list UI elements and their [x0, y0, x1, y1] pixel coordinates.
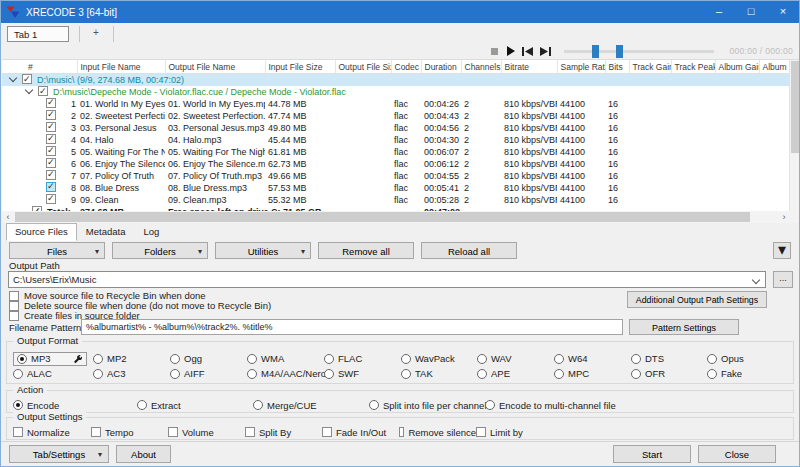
column-header-output-file-name[interactable]: Output File Name: [165, 60, 265, 74]
track-row[interactable]: 505. Waiting For The Night05. Waiting Fo…: [2, 146, 791, 158]
previous-track-icon[interactable]: [522, 47, 533, 56]
checkbox-move-source-file-to-recycle-bin-when-done[interactable]: [9, 291, 19, 301]
close-button-bottom[interactable]: Close: [698, 445, 776, 463]
minimize-button[interactable]: –: [703, 1, 735, 23]
radio-button[interactable]: [170, 369, 180, 379]
track-row[interactable]: 707. Policy Of Truth07. Policy Of Truth.…: [2, 170, 791, 182]
group-row[interactable]: D:\music\ (9/9, 274.68 MB, 00:47:02): [2, 74, 791, 87]
radio-button[interactable]: [13, 400, 23, 410]
radio-button[interactable]: [707, 369, 717, 379]
toolbar-button-remove-all[interactable]: Remove all: [318, 242, 414, 259]
track-checkbox[interactable]: [46, 134, 56, 144]
column-header-duration[interactable]: Duration: [421, 60, 461, 74]
track-row[interactable]: 404. Halo04. Halo.mp345.44 MBflac00:04:3…: [2, 134, 791, 146]
radio-button[interactable]: [477, 354, 487, 364]
column-header-bits[interactable]: Bits: [605, 60, 629, 74]
radio-button[interactable]: [93, 354, 103, 364]
radio-ape[interactable]: APE: [477, 368, 554, 379]
radio-wavpack[interactable]: WavPack: [401, 353, 477, 364]
column-header-input-file-name[interactable]: Input File Name: [77, 60, 165, 74]
radio-extract[interactable]: Extract: [137, 400, 253, 411]
next-track-icon[interactable]: [540, 47, 551, 56]
checkbox-split-by[interactable]: [245, 427, 255, 437]
checkbox-item-normalize[interactable]: Normalize: [13, 427, 91, 438]
vertical-scrollbar[interactable]: [789, 60, 800, 211]
filename-pattern-input[interactable]: %albumartist% - %album%\%track2%. %title…: [81, 319, 623, 335]
group-checkbox[interactable]: [38, 86, 48, 96]
track-checkbox[interactable]: [46, 170, 56, 180]
radio-fake[interactable]: Fake: [707, 368, 793, 379]
radio-encode[interactable]: Encode: [13, 400, 137, 411]
checkbox-delete-source-file-when-done-do-not-move-to-recycle-bin[interactable]: [9, 301, 19, 311]
track-row[interactable]: 808. Blue Dress08. Blue Dress.mp357.53 M…: [2, 182, 791, 194]
column-header-sample-rate[interactable]: Sample Rate: [557, 60, 605, 74]
radio-w64[interactable]: W64: [554, 353, 631, 364]
play-icon[interactable]: [506, 46, 515, 56]
radio-mpc[interactable]: MPC: [554, 368, 631, 379]
radio-mp3[interactable]: MP3: [13, 352, 93, 366]
checkbox-item-remove-silence[interactable]: Remove silence: [399, 427, 476, 438]
radio-split-into-file-per-channel[interactable]: Split into file per channel: [369, 400, 485, 411]
radio-ogg[interactable]: Ogg: [170, 353, 247, 364]
column-header-input-file-size[interactable]: Input File Size: [265, 60, 335, 74]
radio-button[interactable]: [13, 369, 23, 379]
column-header-album-gain[interactable]: Album Gain: [715, 60, 759, 74]
add-tab-button[interactable]: +: [87, 27, 105, 38]
wrench-icon[interactable]: [73, 354, 83, 364]
tab-metadata[interactable]: Metadata: [77, 223, 135, 241]
column-header-channels[interactable]: Channels: [461, 60, 501, 74]
slider-handle[interactable]: [592, 45, 599, 58]
column-header-album-peak[interactable]: Album Peak: [759, 60, 791, 74]
radio-button[interactable]: [477, 369, 487, 379]
radio-button[interactable]: [253, 400, 263, 410]
radio-button[interactable]: [554, 369, 564, 379]
radio-button[interactable]: [369, 400, 379, 410]
radio-button[interactable]: [324, 369, 334, 379]
radio-button[interactable]: [247, 354, 257, 364]
start-button[interactable]: Start: [613, 445, 691, 463]
selected-format-box[interactable]: MP3: [13, 352, 87, 366]
radio-wma[interactable]: WMA: [247, 353, 324, 364]
radio-dts[interactable]: DTS: [631, 353, 707, 364]
radio-button[interactable]: [485, 400, 495, 410]
track-row[interactable]: 909. Clean09. Clean.mp355.32 MBflac00:05…: [2, 194, 791, 206]
column-header-track-peak[interactable]: Track Peak: [671, 60, 715, 74]
checkbox-item-tempo[interactable]: Tempo: [91, 427, 168, 438]
radio-button[interactable]: [324, 354, 334, 364]
checkbox-remove-silence[interactable]: [399, 427, 404, 437]
browse-button[interactable]: ...: [773, 271, 793, 288]
checkbox-fade-in-out[interactable]: [322, 427, 332, 437]
radio-button[interactable]: [631, 369, 641, 379]
group-row[interactable]: D:\music\Depeche Mode - Violator.flac.cu…: [2, 86, 791, 98]
chevron-down-icon[interactable]: [752, 276, 760, 284]
radio-flac[interactable]: FLAC: [324, 353, 401, 364]
checkbox-item-limit-by[interactable]: Limit by: [476, 427, 793, 438]
track-row[interactable]: 101. World In My Eyes01. World In My Eye…: [2, 98, 791, 110]
radio-button[interactable]: [554, 354, 564, 364]
track-checkbox[interactable]: [46, 146, 56, 156]
checkbox-normalize[interactable]: [13, 427, 23, 437]
radio-aiff[interactable]: AIFF: [170, 368, 247, 379]
checkbox-tempo[interactable]: [91, 427, 101, 437]
track-row[interactable]: 606. Enjoy The Silence06. Enjoy The Sile…: [2, 158, 791, 170]
tab-settings-button[interactable]: Tab/Settings▾: [9, 445, 109, 463]
collapse-chevron-icon[interactable]: [25, 86, 33, 94]
radio-button[interactable]: [17, 354, 27, 364]
column-header-[interactable]: #: [2, 60, 77, 74]
slider-handle[interactable]: [616, 45, 623, 58]
toolbar-button-files[interactable]: Files▾: [9, 242, 105, 259]
output-path-combobox[interactable]: C:\Users\Erix\Music: [8, 271, 766, 288]
tab-source-files[interactable]: Source Files: [6, 223, 77, 241]
radio-tak[interactable]: TAK: [401, 368, 477, 379]
track-checkbox[interactable]: [46, 182, 56, 192]
track-checkbox[interactable]: [46, 194, 56, 204]
pattern-settings-button[interactable]: Pattern Settings: [629, 319, 739, 335]
radio-encode-to-multi-channel-file[interactable]: Encode to multi-channel file: [485, 400, 793, 411]
checkbox-create-files-in-source-folder[interactable]: [9, 311, 19, 321]
track-checkbox[interactable]: [46, 98, 56, 108]
about-button[interactable]: About: [116, 445, 171, 463]
radio-button[interactable]: [401, 369, 411, 379]
toolbar-button-folders[interactable]: Folders▾: [112, 242, 208, 259]
checkbox-item-fade-in-out[interactable]: Fade In/Out: [322, 427, 399, 438]
radio-merge-cue[interactable]: Merge/CUE: [253, 400, 369, 411]
